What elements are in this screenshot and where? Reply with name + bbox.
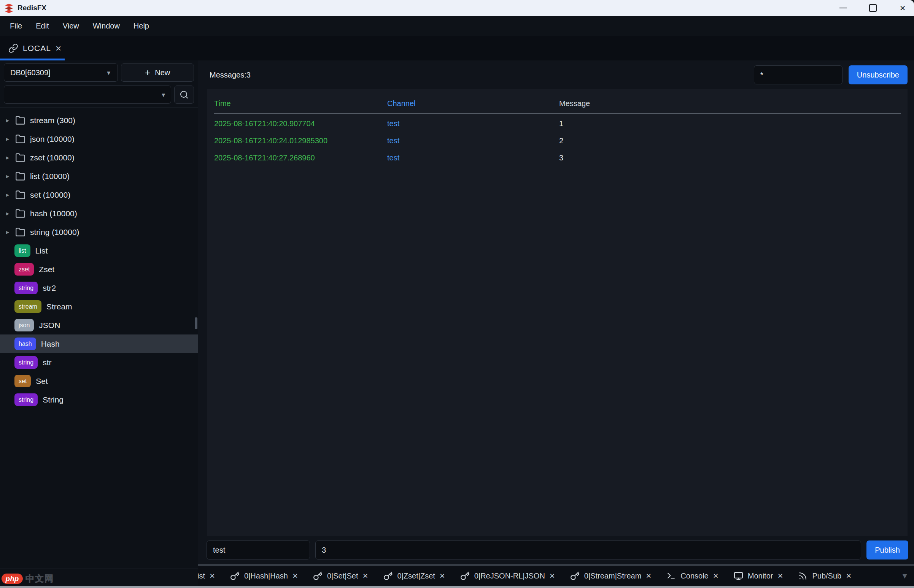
- bottom-tab-0-zset-zset[interactable]: 0|Zset|Zset ×: [378, 566, 451, 586]
- bottom-tab-console[interactable]: Console ×: [661, 566, 724, 586]
- message-channel: test: [387, 153, 559, 162]
- bottom-tab-monitor[interactable]: Monitor ×: [728, 566, 789, 586]
- chevron-right-icon[interactable]: ▸: [6, 135, 15, 142]
- key-item-string[interactable]: string String: [0, 390, 198, 409]
- new-connection-button[interactable]: + New: [121, 63, 194, 82]
- tree-folder-json[interactable]: ▸ json (10000): [0, 129, 198, 148]
- window-controls: ×: [823, 1, 912, 15]
- close-icon[interactable]: ×: [363, 571, 368, 580]
- tree-folder-set[interactable]: ▸ set (10000): [0, 186, 198, 204]
- subscribe-channel-input[interactable]: [754, 65, 843, 84]
- chevron-down-icon[interactable]: ▼: [160, 92, 166, 98]
- tree-folder-list[interactable]: ▸ list (10000): [0, 167, 198, 186]
- bottom-tab-pub-sub[interactable]: Pub/Sub ×: [792, 566, 857, 586]
- chevron-right-icon[interactable]: ▸: [6, 210, 15, 217]
- tree-folder-hash[interactable]: ▸ hash (10000): [0, 204, 198, 223]
- message-value: 3: [559, 153, 901, 162]
- menu-bar: FileEditViewWindowHelp: [0, 16, 914, 36]
- close-icon[interactable]: ×: [209, 571, 215, 580]
- sidebar-scrollbar-thumb[interactable]: [195, 317, 198, 329]
- column-header-time[interactable]: Time: [214, 99, 387, 108]
- monitor-icon: [734, 571, 743, 581]
- close-icon[interactable]: ×: [549, 571, 555, 580]
- key-type-badge: hash: [15, 338, 36, 350]
- bottom-tab-0-set-set[interactable]: 0|Set|Set ×: [307, 566, 374, 586]
- key-item-stream[interactable]: stream Stream: [0, 297, 198, 316]
- key-item-zset[interactable]: zset Zset: [0, 260, 198, 279]
- publish-message-input[interactable]: [315, 541, 861, 559]
- message-channel: test: [387, 136, 559, 145]
- key-item-hash[interactable]: hash Hash: [0, 334, 198, 353]
- menu-item-file[interactable]: File: [3, 22, 29, 31]
- key-item-set[interactable]: set Set: [0, 372, 198, 390]
- tab-label: Console: [681, 572, 708, 580]
- chevron-right-icon[interactable]: ▸: [6, 117, 15, 124]
- key-label: Stream: [46, 302, 72, 311]
- message-row[interactable]: 2025-08-16T21:40:24.012985300 test 2: [214, 132, 901, 149]
- column-header-message[interactable]: Message: [559, 99, 901, 108]
- tab-label: Monitor: [748, 572, 773, 580]
- tree-folder-string[interactable]: ▸ string (10000): [0, 223, 198, 241]
- db-selector[interactable]: DB0[60309] ▼: [4, 63, 118, 82]
- chevron-right-icon[interactable]: ▸: [6, 154, 15, 161]
- tab-overflow-chevron-down-icon[interactable]: ▼: [898, 566, 914, 586]
- maximize-icon: [869, 4, 877, 12]
- bottom-tab-0-stream-stream[interactable]: 0|Stream|Stream ×: [564, 566, 657, 586]
- bottom-tab-ist[interactable]: ist ×: [198, 566, 220, 586]
- close-icon[interactable]: ×: [440, 571, 445, 580]
- key-item-json[interactable]: json JSON: [0, 316, 198, 334]
- close-icon[interactable]: ×: [55, 43, 62, 53]
- menu-item-view[interactable]: View: [56, 22, 86, 31]
- messages-count-label: Messages:3: [209, 71, 251, 79]
- maximize-button[interactable]: [864, 1, 882, 15]
- tree-folder-zset[interactable]: ▸ zset (10000): [0, 148, 198, 167]
- column-header-channel[interactable]: Channel: [387, 99, 559, 108]
- connection-tab-label: LOCAL: [23, 44, 51, 53]
- key-icon: [313, 571, 322, 581]
- publish-button[interactable]: Publish: [867, 541, 908, 559]
- sidebar: DB0[60309] ▼ + New ▼: [0, 60, 198, 586]
- minimize-icon: [839, 8, 847, 8]
- search-button[interactable]: [174, 86, 194, 104]
- close-button[interactable]: ×: [893, 1, 912, 15]
- tree-folder-stream[interactable]: ▸ stream (300): [0, 111, 198, 129]
- menu-item-help[interactable]: Help: [126, 22, 156, 31]
- messages-table-header: TimeChannelMessage: [214, 95, 901, 112]
- close-icon[interactable]: ×: [292, 571, 298, 580]
- key-label: Hash: [41, 339, 60, 349]
- chevron-right-icon[interactable]: ▸: [6, 228, 15, 236]
- key-item-str2[interactable]: string str2: [0, 279, 198, 297]
- unsubscribe-button[interactable]: Unsubscribe: [849, 65, 908, 84]
- close-icon[interactable]: ×: [778, 571, 783, 580]
- bottom-tab-0-hash-hash[interactable]: 0|Hash|Hash ×: [224, 566, 303, 586]
- php-logo: php: [2, 573, 23, 584]
- close-icon[interactable]: ×: [713, 571, 718, 580]
- rss-icon: [798, 571, 807, 581]
- app-window: RedisFX × FileEditViewWindowHelp LOCAL ×: [0, 0, 914, 588]
- search-input[interactable]: [9, 90, 160, 100]
- tab-label: ist: [198, 572, 205, 580]
- menu-item-edit[interactable]: Edit: [29, 22, 55, 31]
- tab-label: 0|ReJSON-RL|JSON: [474, 572, 545, 580]
- minimize-button[interactable]: [834, 1, 852, 15]
- key-icon: [230, 571, 240, 581]
- message-value: 2: [559, 136, 901, 145]
- messages-table: TimeChannelMessage 2025-08-16T21:40:20.9…: [207, 89, 908, 536]
- key-label: String: [42, 395, 63, 404]
- message-row[interactable]: 2025-08-16T21:40:20.907704 test 1: [214, 115, 901, 132]
- chevron-right-icon[interactable]: ▸: [6, 173, 15, 180]
- publish-channel-input[interactable]: [207, 541, 310, 559]
- messages-table-body: 2025-08-16T21:40:20.907704 test 1 2025-0…: [214, 115, 901, 166]
- menu-item-window[interactable]: Window: [86, 22, 126, 31]
- key-item-str[interactable]: string str: [0, 353, 198, 372]
- tab-label: Pub/Sub: [812, 572, 841, 580]
- connection-tab-local[interactable]: LOCAL ×: [0, 36, 69, 60]
- chevron-right-icon[interactable]: ▸: [6, 191, 15, 199]
- close-icon[interactable]: ×: [646, 571, 651, 580]
- key-item-list[interactable]: list List: [0, 241, 198, 260]
- bottom-tab-0-rejson-rl-json[interactable]: 0|ReJSON-RL|JSON ×: [455, 566, 561, 586]
- message-row[interactable]: 2025-08-16T21:40:27.268960 test 3: [214, 149, 901, 166]
- close-icon[interactable]: ×: [846, 571, 851, 580]
- link-icon: [8, 43, 18, 53]
- key-label: JSON: [39, 321, 60, 330]
